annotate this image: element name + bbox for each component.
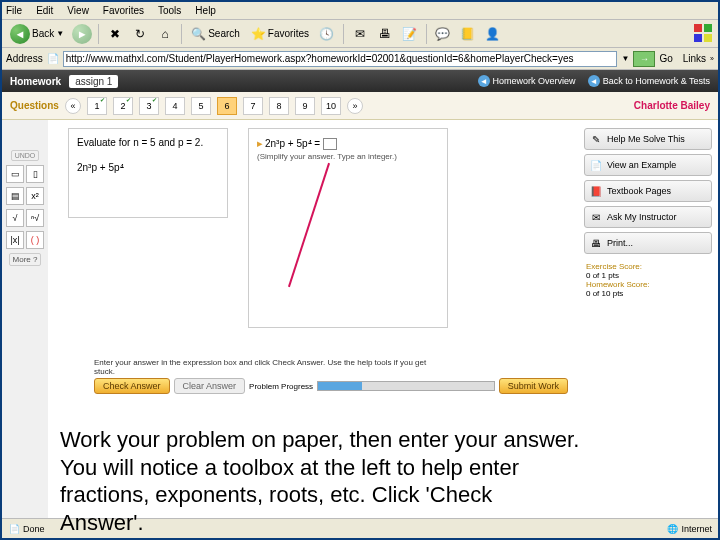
example-icon: 📄 [589, 158, 603, 172]
print-button-panel[interactable]: 🖶Print... [584, 232, 712, 254]
address-input[interactable] [63, 51, 618, 67]
q-6[interactable]: 6 [217, 97, 237, 115]
help-solve-button[interactable]: ✎Help Me Solve This [584, 128, 712, 150]
expr-equals: 2n³p + 5p⁴ = [265, 138, 320, 149]
refresh-button[interactable]: ↻ [129, 23, 151, 45]
tool-nroot[interactable]: ⁿ√ [26, 209, 44, 227]
done-icon: 📄 [8, 523, 20, 535]
tool-fraction-h[interactable]: ▭ [6, 165, 24, 183]
address-dropdown[interactable]: ▼ [621, 54, 629, 63]
check-answer-button[interactable]: Check Answer [94, 378, 170, 394]
tool-exponent[interactable]: x² [26, 187, 44, 205]
print-button[interactable]: 🖶 [374, 23, 396, 45]
menu-help[interactable]: Help [195, 5, 216, 16]
submit-work-button[interactable]: Submit Work [499, 378, 568, 394]
q-3[interactable]: 3✔ [139, 97, 159, 115]
stop-button[interactable]: ✖ [104, 23, 126, 45]
q-5[interactable]: 5 [191, 97, 211, 115]
tool-fraction-v[interactable]: ▯ [26, 165, 44, 183]
pencil-icon: ✎ [589, 132, 603, 146]
exercise-score-label: Exercise Score: [586, 262, 710, 271]
content-area: UNDO ▭▯ ▤x² √ⁿ√ |x|( ) More ? Evaluate f… [2, 120, 718, 518]
menu-favorites[interactable]: Favorites [103, 5, 144, 16]
links-label[interactable]: Links [683, 53, 706, 64]
menu-bar: File Edit View Favorites Tools Help [2, 2, 718, 20]
menu-file[interactable]: File [6, 5, 22, 16]
hw-back-link[interactable]: ◄Back to Homework & Tests [588, 75, 710, 87]
q-9[interactable]: 9 [295, 97, 315, 115]
status-done: Done [23, 524, 45, 534]
progress-bar [317, 381, 495, 391]
user-name: Charlotte Bailey [634, 100, 710, 111]
address-label: Address [6, 53, 43, 64]
mail-icon: ✉ [589, 210, 603, 224]
go-label: Go [659, 53, 672, 64]
menu-tools[interactable]: Tools [158, 5, 181, 16]
tool-paren[interactable]: ( ) [26, 231, 44, 249]
answer-box: ▸2n³p + 5p⁴ = (Simplify your answer. Typ… [248, 128, 448, 328]
research-button[interactable]: 📒 [457, 23, 479, 45]
browser-window: File Edit View Favorites Tools Help ◄Bac… [0, 0, 720, 540]
address-bar: Address 📄 ▼ → Go Links» [2, 48, 718, 70]
q-4[interactable]: 4 [165, 97, 185, 115]
q-prev[interactable]: « [65, 98, 81, 114]
answer-field[interactable] [323, 138, 337, 150]
homework-score-label: Homework Score: [586, 280, 710, 289]
assignment-name: assign 1 [69, 75, 118, 88]
history-button[interactable]: 🕓 [316, 23, 338, 45]
svg-rect-3 [704, 34, 712, 42]
toolbar: ◄Back▼ ► ✖ ↻ ⌂ 🔍Search ⭐Favorites 🕓 ✉ 🖶 … [2, 20, 718, 48]
homework-score-value: 0 of 10 pts [586, 289, 710, 298]
help-panel: ✎Help Me Solve This 📄View an Example 📕Te… [578, 120, 718, 518]
q-next[interactable]: » [347, 98, 363, 114]
tool-mixed[interactable]: ▤ [6, 187, 24, 205]
hw-overview-link[interactable]: ◄Homework Overview [478, 75, 576, 87]
tool-abs[interactable]: |x| [6, 231, 24, 249]
tool-palette: UNDO ▭▯ ▤x² √ⁿ√ |x|( ) More ? [2, 120, 48, 518]
page-icon: 📄 [47, 53, 59, 64]
q-1[interactable]: 1✔ [87, 97, 107, 115]
edit-button[interactable]: 📝 [399, 23, 421, 45]
messenger-button[interactable]: 👤 [482, 23, 504, 45]
instruction-overlay: Work your problem on paper, then enter y… [60, 426, 580, 536]
q-2[interactable]: 2✔ [113, 97, 133, 115]
status-internet: Internet [681, 524, 712, 534]
printer-icon: 🖶 [589, 236, 603, 250]
q-7[interactable]: 7 [243, 97, 263, 115]
forward-button[interactable]: ► [71, 23, 93, 45]
exercise-score-value: 0 of 1 pts [586, 271, 710, 280]
simplify-hint: (Simplify your answer. Type an integer.) [257, 152, 439, 161]
ask-instructor-button[interactable]: ✉Ask My Instructor [584, 206, 712, 228]
q-8[interactable]: 8 [269, 97, 289, 115]
search-button[interactable]: 🔍Search [187, 23, 244, 45]
questions-label: Questions [10, 100, 59, 111]
more-tools[interactable]: More ? [9, 253, 42, 266]
problem-statement: Evaluate for n = 5 and p = 2. 2n³p + 5p⁴ [68, 128, 228, 218]
menu-edit[interactable]: Edit [36, 5, 53, 16]
svg-rect-0 [694, 24, 702, 32]
clear-answer-button[interactable]: Clear Answer [174, 378, 246, 394]
undo-button[interactable]: UNDO [11, 150, 40, 161]
windows-flag-icon [692, 22, 714, 44]
favorites-button[interactable]: ⭐Favorites [247, 23, 313, 45]
go-button[interactable]: → [633, 51, 655, 67]
caret-icon: ▸ [257, 137, 263, 149]
tip-text: Enter your answer in the expression box … [94, 358, 428, 376]
menu-view[interactable]: View [67, 5, 89, 16]
homework-bar: Homework assign 1 ◄Homework Overview ◄Ba… [2, 70, 718, 92]
home-button[interactable]: ⌂ [154, 23, 176, 45]
eval-text: Evaluate for n = 5 and p = 2. [77, 137, 219, 148]
book-icon: 📕 [589, 184, 603, 198]
back-button[interactable]: ◄Back▼ [6, 24, 68, 44]
view-example-button[interactable]: 📄View an Example [584, 154, 712, 176]
score-box: Exercise Score: 0 of 1 pts Homework Scor… [584, 258, 712, 302]
mail-button[interactable]: ✉ [349, 23, 371, 45]
question-bar: Questions « 1✔ 2✔ 3✔ 4 5 6 7 8 9 10 » Ch… [2, 92, 718, 120]
progress-label: Problem Progress [249, 382, 313, 391]
internet-icon: 🌐 [666, 523, 678, 535]
discuss-button[interactable]: 💬 [432, 23, 454, 45]
q-10[interactable]: 10 [321, 97, 341, 115]
textbook-button[interactable]: 📕Textbook Pages [584, 180, 712, 202]
progress-row: Check Answer Clear Answer Problem Progre… [94, 378, 568, 394]
tool-sqrt[interactable]: √ [6, 209, 24, 227]
